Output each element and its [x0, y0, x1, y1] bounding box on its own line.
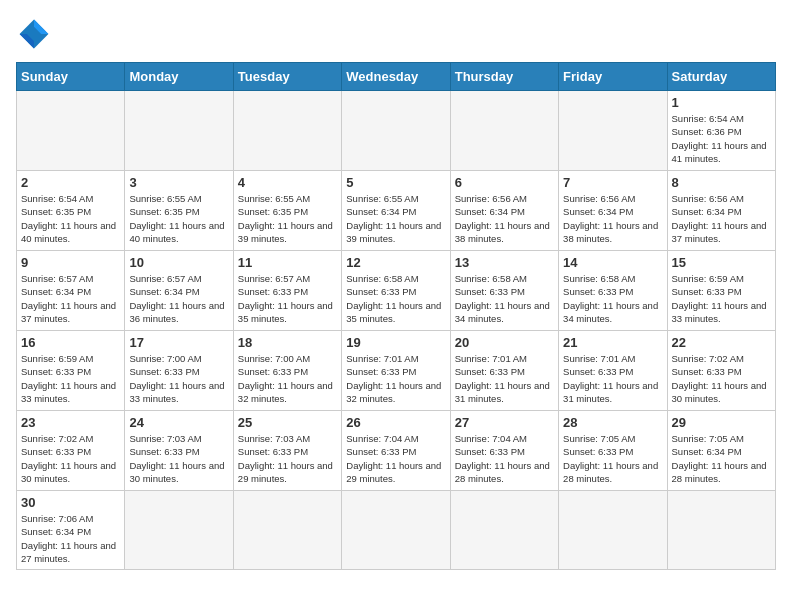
- calendar-cell: 13Sunrise: 6:58 AM Sunset: 6:33 PM Dayli…: [450, 251, 558, 331]
- day-number: 19: [346, 335, 445, 350]
- calendar-cell: 27Sunrise: 7:04 AM Sunset: 6:33 PM Dayli…: [450, 411, 558, 491]
- calendar-cell: 23Sunrise: 7:02 AM Sunset: 6:33 PM Dayli…: [17, 411, 125, 491]
- day-info: Sunrise: 7:01 AM Sunset: 6:33 PM Dayligh…: [346, 352, 445, 405]
- calendar-cell: 9Sunrise: 6:57 AM Sunset: 6:34 PM Daylig…: [17, 251, 125, 331]
- weekday-header-saturday: Saturday: [667, 63, 775, 91]
- calendar-cell: [450, 91, 558, 171]
- week-row-5: 23Sunrise: 7:02 AM Sunset: 6:33 PM Dayli…: [17, 411, 776, 491]
- weekday-header-row: SundayMondayTuesdayWednesdayThursdayFrid…: [17, 63, 776, 91]
- day-number: 1: [672, 95, 771, 110]
- day-info: Sunrise: 7:00 AM Sunset: 6:33 PM Dayligh…: [129, 352, 228, 405]
- calendar-cell: 6Sunrise: 6:56 AM Sunset: 6:34 PM Daylig…: [450, 171, 558, 251]
- day-number: 25: [238, 415, 337, 430]
- day-info: Sunrise: 6:59 AM Sunset: 6:33 PM Dayligh…: [672, 272, 771, 325]
- calendar-cell: 19Sunrise: 7:01 AM Sunset: 6:33 PM Dayli…: [342, 331, 450, 411]
- day-info: Sunrise: 7:01 AM Sunset: 6:33 PM Dayligh…: [455, 352, 554, 405]
- day-number: 23: [21, 415, 120, 430]
- weekday-header-tuesday: Tuesday: [233, 63, 341, 91]
- calendar-cell: 28Sunrise: 7:05 AM Sunset: 6:33 PM Dayli…: [559, 411, 667, 491]
- day-number: 24: [129, 415, 228, 430]
- calendar-cell: 14Sunrise: 6:58 AM Sunset: 6:33 PM Dayli…: [559, 251, 667, 331]
- day-info: Sunrise: 7:01 AM Sunset: 6:33 PM Dayligh…: [563, 352, 662, 405]
- day-info: Sunrise: 6:55 AM Sunset: 6:35 PM Dayligh…: [238, 192, 337, 245]
- day-number: 11: [238, 255, 337, 270]
- day-info: Sunrise: 6:55 AM Sunset: 6:34 PM Dayligh…: [346, 192, 445, 245]
- weekday-header-thursday: Thursday: [450, 63, 558, 91]
- day-number: 29: [672, 415, 771, 430]
- day-info: Sunrise: 6:57 AM Sunset: 6:33 PM Dayligh…: [238, 272, 337, 325]
- day-info: Sunrise: 7:02 AM Sunset: 6:33 PM Dayligh…: [21, 432, 120, 485]
- day-number: 9: [21, 255, 120, 270]
- calendar-cell: 3Sunrise: 6:55 AM Sunset: 6:35 PM Daylig…: [125, 171, 233, 251]
- day-number: 18: [238, 335, 337, 350]
- day-info: Sunrise: 6:56 AM Sunset: 6:34 PM Dayligh…: [563, 192, 662, 245]
- calendar-cell: 22Sunrise: 7:02 AM Sunset: 6:33 PM Dayli…: [667, 331, 775, 411]
- calendar-cell: [125, 491, 233, 570]
- calendar-cell: 29Sunrise: 7:05 AM Sunset: 6:34 PM Dayli…: [667, 411, 775, 491]
- calendar-cell: [667, 491, 775, 570]
- day-number: 14: [563, 255, 662, 270]
- day-info: Sunrise: 7:00 AM Sunset: 6:33 PM Dayligh…: [238, 352, 337, 405]
- day-info: Sunrise: 7:06 AM Sunset: 6:34 PM Dayligh…: [21, 512, 120, 565]
- calendar-cell: 21Sunrise: 7:01 AM Sunset: 6:33 PM Dayli…: [559, 331, 667, 411]
- day-number: 27: [455, 415, 554, 430]
- week-row-4: 16Sunrise: 6:59 AM Sunset: 6:33 PM Dayli…: [17, 331, 776, 411]
- week-row-3: 9Sunrise: 6:57 AM Sunset: 6:34 PM Daylig…: [17, 251, 776, 331]
- day-number: 20: [455, 335, 554, 350]
- day-info: Sunrise: 6:57 AM Sunset: 6:34 PM Dayligh…: [21, 272, 120, 325]
- day-info: Sunrise: 6:57 AM Sunset: 6:34 PM Dayligh…: [129, 272, 228, 325]
- calendar-cell: [233, 91, 341, 171]
- logo-icon: [16, 16, 52, 52]
- day-info: Sunrise: 7:03 AM Sunset: 6:33 PM Dayligh…: [238, 432, 337, 485]
- day-number: 30: [21, 495, 120, 510]
- day-info: Sunrise: 7:03 AM Sunset: 6:33 PM Dayligh…: [129, 432, 228, 485]
- day-info: Sunrise: 6:58 AM Sunset: 6:33 PM Dayligh…: [563, 272, 662, 325]
- calendar-cell: 11Sunrise: 6:57 AM Sunset: 6:33 PM Dayli…: [233, 251, 341, 331]
- calendar-cell: 1Sunrise: 6:54 AM Sunset: 6:36 PM Daylig…: [667, 91, 775, 171]
- day-number: 6: [455, 175, 554, 190]
- day-info: Sunrise: 7:05 AM Sunset: 6:34 PM Dayligh…: [672, 432, 771, 485]
- calendar-table: SundayMondayTuesdayWednesdayThursdayFrid…: [16, 62, 776, 570]
- week-row-2: 2Sunrise: 6:54 AM Sunset: 6:35 PM Daylig…: [17, 171, 776, 251]
- calendar-cell: 12Sunrise: 6:58 AM Sunset: 6:33 PM Dayli…: [342, 251, 450, 331]
- calendar-cell: 24Sunrise: 7:03 AM Sunset: 6:33 PM Dayli…: [125, 411, 233, 491]
- weekday-header-monday: Monday: [125, 63, 233, 91]
- day-info: Sunrise: 6:55 AM Sunset: 6:35 PM Dayligh…: [129, 192, 228, 245]
- calendar-cell: 4Sunrise: 6:55 AM Sunset: 6:35 PM Daylig…: [233, 171, 341, 251]
- day-number: 12: [346, 255, 445, 270]
- day-number: 17: [129, 335, 228, 350]
- calendar-cell: [450, 491, 558, 570]
- calendar-cell: 17Sunrise: 7:00 AM Sunset: 6:33 PM Dayli…: [125, 331, 233, 411]
- day-info: Sunrise: 7:04 AM Sunset: 6:33 PM Dayligh…: [346, 432, 445, 485]
- calendar-cell: 16Sunrise: 6:59 AM Sunset: 6:33 PM Dayli…: [17, 331, 125, 411]
- day-info: Sunrise: 6:54 AM Sunset: 6:36 PM Dayligh…: [672, 112, 771, 165]
- day-number: 10: [129, 255, 228, 270]
- weekday-header-sunday: Sunday: [17, 63, 125, 91]
- day-number: 16: [21, 335, 120, 350]
- day-info: Sunrise: 6:59 AM Sunset: 6:33 PM Dayligh…: [21, 352, 120, 405]
- calendar-cell: 30Sunrise: 7:06 AM Sunset: 6:34 PM Dayli…: [17, 491, 125, 570]
- calendar-cell: 26Sunrise: 7:04 AM Sunset: 6:33 PM Dayli…: [342, 411, 450, 491]
- weekday-header-wednesday: Wednesday: [342, 63, 450, 91]
- day-number: 15: [672, 255, 771, 270]
- calendar-cell: [559, 91, 667, 171]
- calendar-cell: 7Sunrise: 6:56 AM Sunset: 6:34 PM Daylig…: [559, 171, 667, 251]
- calendar-cell: 2Sunrise: 6:54 AM Sunset: 6:35 PM Daylig…: [17, 171, 125, 251]
- day-info: Sunrise: 6:58 AM Sunset: 6:33 PM Dayligh…: [455, 272, 554, 325]
- day-number: 26: [346, 415, 445, 430]
- day-info: Sunrise: 7:04 AM Sunset: 6:33 PM Dayligh…: [455, 432, 554, 485]
- day-info: Sunrise: 6:54 AM Sunset: 6:35 PM Dayligh…: [21, 192, 120, 245]
- calendar-cell: [342, 91, 450, 171]
- week-row-6: 30Sunrise: 7:06 AM Sunset: 6:34 PM Dayli…: [17, 491, 776, 570]
- calendar-cell: [125, 91, 233, 171]
- calendar-cell: 20Sunrise: 7:01 AM Sunset: 6:33 PM Dayli…: [450, 331, 558, 411]
- day-info: Sunrise: 6:56 AM Sunset: 6:34 PM Dayligh…: [455, 192, 554, 245]
- logo: [16, 16, 58, 52]
- day-number: 5: [346, 175, 445, 190]
- calendar-cell: 25Sunrise: 7:03 AM Sunset: 6:33 PM Dayli…: [233, 411, 341, 491]
- day-number: 28: [563, 415, 662, 430]
- calendar-cell: [233, 491, 341, 570]
- calendar-cell: [17, 91, 125, 171]
- calendar-cell: [559, 491, 667, 570]
- calendar-cell: 15Sunrise: 6:59 AM Sunset: 6:33 PM Dayli…: [667, 251, 775, 331]
